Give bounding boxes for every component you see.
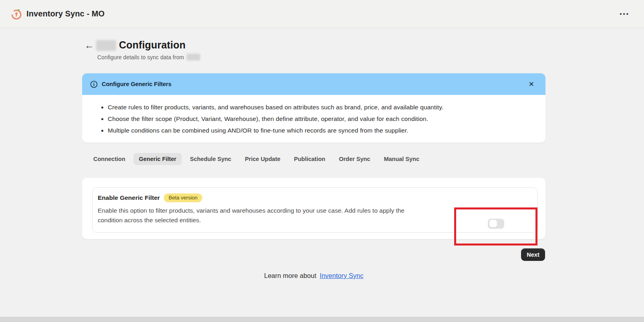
app-logo-icon [10,8,22,20]
info-icon [90,80,98,88]
tab-connection[interactable]: Connection [88,153,131,165]
page-subtitle: Configure details to sync data from [97,54,200,60]
app-window: Inventory Sync - MO ••• ← Configuration … [0,0,644,322]
enable-filter-title: Enable Generic Filter [98,194,160,201]
beta-version-badge: Beta version [164,193,202,202]
topbar: Inventory Sync - MO ••• [0,0,644,28]
tab-order-sync[interactable]: Order Sync [333,153,376,165]
tab-manual-sync[interactable]: Manual Sync [378,153,425,165]
config-tabs: Connection Generic Filter Schedule Sync … [88,153,425,165]
info-banner-header: Configure Generic Filters ✕ [82,73,545,95]
page-title: Configuration [119,39,185,50]
enable-filter-section: Enable Generic Filter Beta version Enabl… [92,187,538,233]
tab-schedule-sync[interactable]: Schedule Sync [184,153,237,165]
red-highlight-annotation [454,207,537,246]
tab-publication[interactable]: Publication [288,153,331,165]
banner-title: Configure Generic Filters [102,81,171,87]
back-arrow-icon[interactable]: ← [83,39,95,51]
toggle-knob [489,220,497,227]
generic-filter-toggle[interactable] [488,219,504,229]
banner-bullet: Multiple conditions can be combined usin… [108,125,534,136]
tab-generic-filter[interactable]: Generic Filter [133,153,182,165]
generic-filter-card: Enable Generic Filter Beta version Enabl… [82,178,545,239]
info-banner-body: Create rules to filter products, variant… [82,95,545,143]
next-button[interactable]: Next [521,248,545,261]
banner-bullet: Choose the filter scope (Product, Varian… [108,113,534,125]
page-subtitle-text: Configure details to sync data from [97,54,184,60]
banner-close-icon[interactable]: ✕ [525,79,537,89]
inventory-sync-link[interactable]: Inventory Sync [320,272,363,279]
redacted-store-name [96,40,116,51]
enable-filter-description: Enable this option to filter products, v… [98,206,408,225]
overflow-menu-icon[interactable]: ••• [616,10,634,18]
tab-price-update[interactable]: Price Update [239,153,286,165]
banner-bullet: Create rules to filter products, variant… [108,101,534,113]
window-bottom-edge [0,317,644,322]
redacted-source-name [187,54,200,60]
banner-bullet-list: Create rules to filter products, variant… [108,101,534,136]
app-title: Inventory Sync - MO [26,9,105,18]
footer-note: Learn more about Inventory Sync [82,272,545,280]
footer-text: Learn more about [264,272,316,279]
